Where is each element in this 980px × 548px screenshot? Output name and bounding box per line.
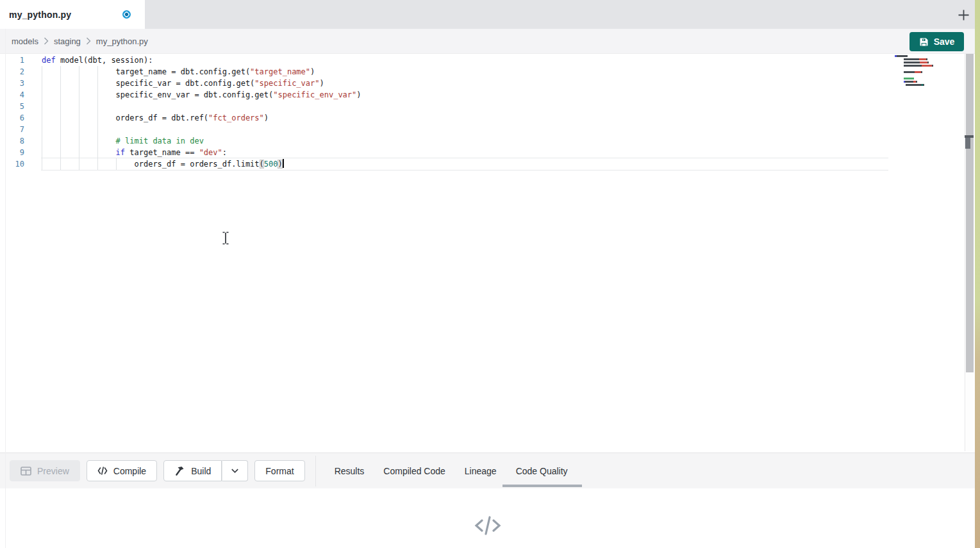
tab-results[interactable]: Results [335, 462, 365, 480]
compile-button-label: Compile [113, 466, 146, 476]
line-number: 3 [0, 78, 29, 89]
chevron-right-icon [86, 37, 91, 45]
table-grid-icon [21, 466, 31, 476]
code-editor[interactable]: 1def model(dbt, session):2 target_name =… [0, 54, 975, 453]
build-menu-button[interactable] [222, 460, 248, 481]
code-line[interactable]: 10 orders_df = orders_df.limit(500) [0, 158, 975, 170]
code-brackets-icon [97, 467, 108, 475]
line-number: 5 [0, 101, 29, 112]
tab-my-python[interactable]: my_python.py [0, 0, 145, 29]
minimap[interactable] [895, 54, 942, 86]
bottom-toolbar: Preview Compile Build [0, 453, 975, 488]
save-button-label: Save [934, 37, 955, 47]
code-line[interactable]: 8 # limit data in dev [0, 135, 975, 147]
format-button[interactable]: Format [254, 460, 304, 481]
build-split-button: Build [163, 460, 248, 481]
ide-app: my_python.py models staging my_python.py [0, 0, 980, 548]
tab-compiled-code[interactable]: Compiled Code [383, 462, 445, 480]
line-number: 1 [0, 54, 29, 66]
line-number: 10 [0, 158, 29, 170]
tab-title: my_python.py [9, 10, 71, 20]
breadcrumb-item-staging[interactable]: staging [54, 37, 81, 46]
ide-window: my_python.py models staging my_python.py [0, 0, 975, 548]
line-number: 2 [0, 66, 29, 78]
code-line[interactable]: 5 [0, 101, 975, 112]
chevron-down-icon [230, 466, 240, 476]
chevron-right-icon [44, 37, 49, 45]
ibeam-mouse-cursor-icon [222, 231, 229, 247]
line-number: 6 [0, 112, 29, 124]
code-slash-icon [473, 514, 502, 537]
panel-left-border [5, 29, 6, 548]
new-tab-button[interactable] [956, 7, 971, 22]
compile-button[interactable]: Compile [87, 460, 157, 481]
scrollbar-thumb[interactable] [966, 54, 974, 372]
code-line[interactable]: 6 orders_df = dbt.ref("fct_orders") [0, 112, 975, 124]
build-button-label: Build [191, 466, 211, 476]
code-line[interactable]: 2 target_name = dbt.config.get("target_n… [0, 66, 975, 78]
results-panel [0, 488, 975, 548]
panel-tabs: Results Compiled Code Lineage Code Quali… [335, 462, 568, 480]
code-line[interactable]: 4 specific_env_var = dbt.config.get("spe… [0, 89, 975, 101]
preview-button-label: Preview [37, 466, 69, 476]
preview-button[interactable]: Preview [10, 460, 80, 481]
vertical-scrollbar[interactable] [965, 54, 974, 451]
line-number: 8 [0, 135, 29, 147]
code-line[interactable]: 9 if target_name == "dev": [0, 147, 975, 158]
unsaved-changes-dot-icon [122, 10, 131, 19]
tab-code-quality[interactable]: Code Quality [516, 462, 568, 480]
build-button[interactable]: Build [163, 460, 222, 481]
hammer-icon [174, 466, 185, 476]
editor-tab-bar: my_python.py [0, 0, 975, 29]
desktop-wallpaper-strip [975, 0, 980, 548]
floppy-disk-icon [919, 37, 929, 47]
plus-icon [957, 8, 970, 22]
code-lines: 1def model(dbt, session):2 target_name =… [0, 54, 975, 170]
tab-lineage[interactable]: Lineage [465, 462, 497, 480]
toolbar-divider [315, 456, 316, 486]
save-button[interactable]: Save [909, 32, 964, 51]
line-number: 9 [0, 147, 29, 158]
breadcrumb: models staging my_python.py Save [0, 29, 975, 54]
code-line[interactable]: 3 specific_var = dbt.config.get("specifi… [0, 78, 975, 89]
breadcrumb-item-file[interactable]: my_python.py [96, 37, 148, 46]
code-line[interactable]: 1def model(dbt, session): [0, 54, 975, 66]
text-caret [283, 159, 284, 168]
format-button-label: Format [265, 466, 294, 476]
line-number: 4 [0, 89, 29, 101]
code-line[interactable]: 7 [0, 124, 975, 135]
scrollbar-cursor-marker [965, 138, 970, 149]
line-number: 7 [0, 124, 29, 135]
breadcrumb-item-models[interactable]: models [12, 37, 38, 46]
